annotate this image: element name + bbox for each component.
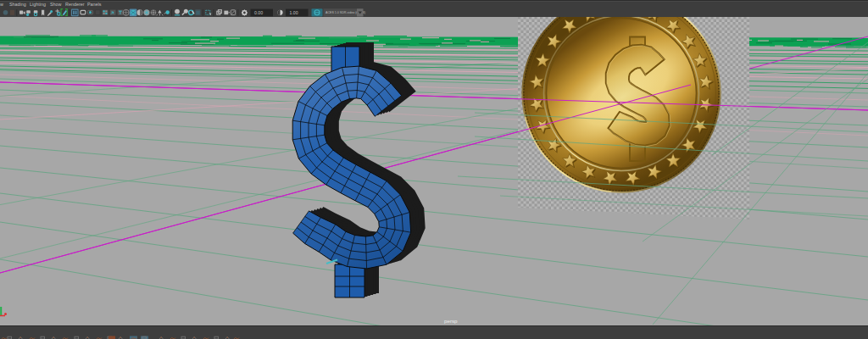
svg-text:Shading: Shading xyxy=(9,2,26,7)
svg-text:w: w xyxy=(0,2,3,7)
svg-text:persp: persp xyxy=(444,318,458,324)
svg-text:Show: Show xyxy=(50,2,62,7)
svg-text:1.00: 1.00 xyxy=(290,10,298,15)
svg-text:0.00: 0.00 xyxy=(254,10,263,15)
svg-text:Lighting: Lighting xyxy=(30,2,46,7)
svg-text:Renderer: Renderer xyxy=(65,2,85,7)
svg-text:Panels: Panels xyxy=(87,2,102,7)
